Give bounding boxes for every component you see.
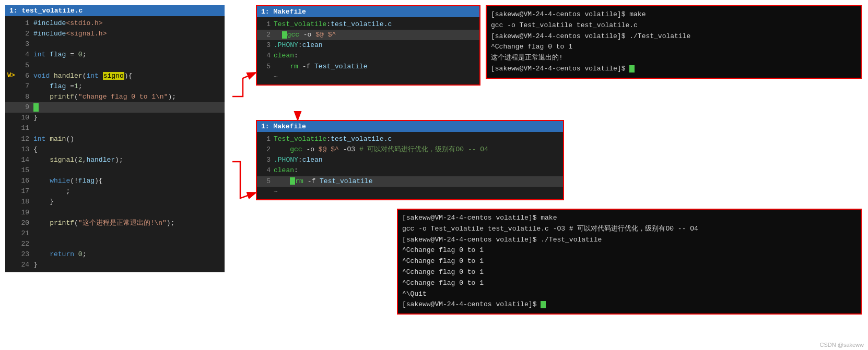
line-num-10: 10 (18, 113, 29, 123)
makefile-bottom-body: 1 Test_volatile:test_volatile.c 2 gcc -o… (257, 132, 563, 199)
line-marker-1 (7, 18, 18, 29)
code-line-17: 17 ; (5, 186, 225, 197)
code-line-3: 3 (5, 39, 225, 50)
ml-content-1: Test_volatile:test_volatile.c (274, 19, 392, 30)
makefile-bottom-line-4: 4 clean: (257, 165, 563, 176)
code-line-5: 5 (5, 61, 225, 71)
line-content-20: printf("这个进程是正常退出的!\n"); (33, 218, 174, 228)
line-content-9 (33, 102, 39, 113)
line-num-13: 13 (18, 144, 29, 155)
line-num-3: 3 (18, 39, 29, 50)
mb-tilde-space (259, 187, 271, 197)
makefile-top-tilde: ~ (257, 72, 479, 82)
line-marker-7 (7, 81, 18, 92)
line-marker-21 (7, 228, 18, 239)
makefile-panel-top: 1: Makefile 1 Test_volatile:test_volatil… (256, 5, 480, 86)
ml-num-1: 1 (259, 19, 271, 30)
line-num-1: 1 (18, 18, 29, 29)
line-marker-3 (7, 39, 18, 50)
line-marker-10 (7, 113, 18, 123)
line-num-7: 7 (18, 81, 29, 92)
mb-num-5: 5 (259, 176, 271, 187)
line-marker-20 (7, 218, 18, 228)
line-marker-9 (7, 102, 18, 113)
line-marker-17 (7, 186, 18, 197)
line-marker-16 (7, 176, 18, 186)
makefile-bottom-line-2: 2 gcc -o $@ $^ -O3 # 可以对代码进行优化，级别有O0 -- … (257, 144, 563, 155)
line-num-12: 12 (18, 134, 29, 144)
code-line-15: 15 (5, 165, 225, 176)
line-marker-15 (7, 165, 18, 176)
line-content-23: return 0; (33, 249, 86, 260)
line-marker-11 (7, 123, 18, 134)
line-marker-14 (7, 155, 18, 165)
code-line-24: 24 } (5, 260, 225, 270)
line-content-24: } (33, 260, 38, 270)
code-line-18: 18 } (5, 197, 225, 207)
code-panel-left: 1: test_volatile.c 1 #include<stdio.h> 2… (5, 5, 225, 272)
line-num-15: 15 (18, 165, 29, 176)
code-line-1: 1 #include<stdio.h> (5, 18, 225, 29)
line-marker-24 (7, 260, 18, 270)
code-line-6: W> 6 void handler(int signo){ (5, 71, 225, 81)
line-marker-6: W> (7, 71, 18, 81)
mb-num-2: 2 (259, 144, 271, 155)
line-num-6: 6 (18, 71, 29, 81)
line-content-14: signal(2,handler); (33, 155, 123, 165)
mb-content-4: clean: (274, 165, 298, 176)
line-num-2: 2 (18, 29, 29, 39)
line-content-8: printf("change flag 0 to 1\n"); (33, 92, 176, 102)
code-line-7: 7 flag =1; (5, 81, 225, 92)
makefile-bottom-tilde: ~ (257, 187, 563, 197)
ml-content-5: rm -f Test_volatile (274, 62, 367, 72)
code-line-12: 12 int main() (5, 134, 225, 144)
line-num-16: 16 (18, 176, 29, 186)
line-content-16: while(!flag){ (33, 176, 103, 186)
watermark: CSDN @sakeww (819, 342, 864, 348)
mb-content-5: rm -f Test_volatile (274, 176, 372, 187)
line-marker-19 (7, 208, 18, 218)
line-marker-13 (7, 144, 18, 155)
ml-tilde-content: ~ (274, 72, 278, 82)
code-panel-title: 1: test_volatile.c (5, 5, 225, 16)
ml-num-5: 5 (259, 62, 271, 72)
mb-tilde-content: ~ (274, 187, 278, 197)
line-num-17: 17 (18, 186, 29, 197)
line-marker-8 (7, 92, 18, 102)
code-line-9: 9 (5, 102, 225, 113)
code-line-19: 19 (5, 208, 225, 218)
line-marker-22 (7, 239, 18, 249)
line-num-19: 19 (18, 208, 29, 218)
line-num-4: 4 (18, 50, 29, 60)
code-line-20: 20 printf("这个进程是正常退出的!\n"); (5, 218, 225, 228)
tb-line-9: [sakeww@VM-24-4-centos volatile]$ (402, 299, 857, 310)
makefile-top-line-4: 4 clean: (257, 51, 479, 61)
mb-num-1: 1 (259, 134, 271, 144)
line-content-12: int main() (33, 134, 74, 144)
line-content-17: ; (33, 186, 70, 197)
terminal-line-t6: [sakeww@VM-24-4-centos volatile]$ (491, 64, 857, 75)
mb-content-2: gcc -o $@ $^ -O3 # 可以对代码进行优化，级别有O0 -- O4 (274, 144, 488, 155)
tb-line-5: ^Cchange flag 0 to 1 (402, 256, 857, 267)
line-marker-5 (7, 61, 18, 71)
ml-tilde-space (259, 72, 271, 82)
mb-content-1: Test_volatile:test_volatile.c (274, 134, 392, 144)
tb-line-3: [sakeww@VM-24-4-centos volatile]$ ./Test… (402, 235, 857, 246)
terminal-line-t4: ^Cchange flag 0 to 1 (491, 42, 857, 53)
makefile-bottom-line-1: 1 Test_volatile:test_volatile.c (257, 134, 563, 144)
line-content-1: #include<stdio.h> (33, 18, 103, 29)
code-line-13: 13 { (5, 144, 225, 155)
line-num-18: 18 (18, 197, 29, 207)
line-content-4: int flag = 0; (33, 50, 86, 60)
line-num-24: 24 (18, 260, 29, 270)
mb-num-4: 4 (259, 165, 271, 176)
ml-num-2: 2 (259, 30, 271, 40)
ml-content-4: clean: (274, 51, 298, 61)
code-line-22: 22 (5, 239, 225, 249)
tb-line-4: ^Cchange flag 0 to 1 (402, 245, 857, 256)
line-num-20: 20 (18, 218, 29, 228)
makefile-bottom-line-5: 5 rm -f Test_volatile (257, 176, 563, 187)
makefile-bottom-line-3: 3 .PHONY:clean (257, 155, 563, 165)
makefile-top-line-5: 5 rm -f Test_volatile (257, 62, 479, 72)
code-line-23: 23 return 0; (5, 249, 225, 260)
